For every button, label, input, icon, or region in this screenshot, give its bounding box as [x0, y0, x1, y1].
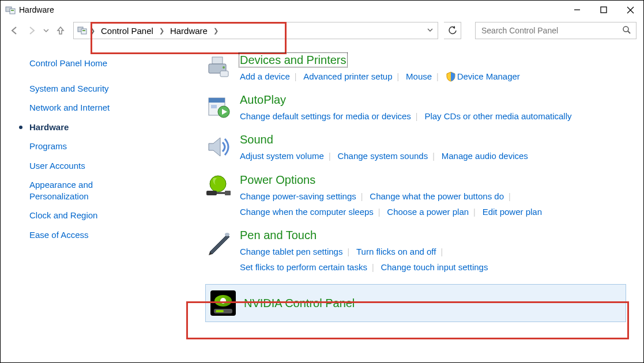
svg-rect-8 — [81, 29, 86, 34]
svg-rect-4 — [601, 7, 607, 13]
main-panel: Devices and Printers Add a device| Advan… — [153, 54, 626, 351]
refresh-button[interactable] — [444, 22, 461, 39]
category-sound: Sound Adjust system volume| Change syste… — [205, 133, 626, 164]
category-title-link[interactable]: Devices and Printers — [240, 54, 347, 66]
sidebar-item-user-accounts[interactable]: User Accounts — [18, 156, 153, 176]
task-link[interactable]: Adjust system volume — [240, 151, 324, 161]
separator: | — [290, 72, 302, 81]
task-link[interactable]: Change power-saving settings — [240, 191, 356, 201]
task-link[interactable]: Change system sounds — [337, 151, 428, 161]
svg-rect-2 — [11, 10, 14, 11]
svg-rect-1 — [10, 9, 15, 14]
task-list: Change default settings for media or dev… — [240, 108, 626, 124]
separator: | — [469, 207, 480, 217]
nav-up-button[interactable] — [54, 24, 67, 37]
sidebar-item-home[interactable]: Control Panel Home — [18, 54, 153, 73]
separator: | — [342, 247, 354, 256]
window-title: Hardware — [19, 5, 54, 14]
sidebar-item-programs[interactable]: Programs — [18, 137, 153, 156]
task-link[interactable]: Change tablet pen settings — [240, 247, 342, 256]
category-nvidia-control-panel[interactable]: NVIDIA Control Panel — [205, 284, 626, 322]
separator: | — [504, 192, 515, 201]
titlebar: Hardware — [1, 1, 643, 19]
search-icon[interactable] — [622, 25, 631, 36]
task-link[interactable]: Edit power plan — [483, 207, 542, 217]
shield-icon — [446, 71, 456, 82]
separator: | — [356, 192, 368, 201]
task-link[interactable]: Turn flicks on and off — [356, 247, 436, 256]
nvidia-icon — [210, 290, 236, 316]
toolbar: ❯ Control Panel ❯ Hardware ❯ — [1, 19, 643, 42]
task-link[interactable]: Advanced printer setup — [303, 71, 392, 81]
chevron-right-icon[interactable]: ❯ — [157, 27, 167, 35]
separator: | — [393, 72, 404, 81]
task-link[interactable]: Change touch input settings — [381, 262, 488, 272]
svg-rect-23 — [225, 191, 231, 195]
sound-icon — [205, 133, 233, 161]
category-title-link[interactable]: AutoPlay — [240, 93, 286, 106]
pen-touch-icon — [205, 229, 233, 256]
category-title-link[interactable]: NVIDIA Control Panel — [244, 297, 355, 309]
task-list: Change tablet pen settings| Turn flicks … — [240, 244, 626, 275]
category-pen-touch: Pen and Touch Change tablet pen settings… — [205, 229, 626, 275]
category-title-link[interactable]: Sound — [240, 133, 273, 146]
close-button[interactable] — [617, 1, 643, 19]
power-options-icon — [205, 173, 233, 201]
search-input[interactable] — [480, 25, 622, 36]
svg-point-24 — [225, 233, 229, 236]
separator: | — [324, 152, 336, 161]
address-bar[interactable]: ❯ Control Panel ❯ Hardware ❯ — [73, 22, 438, 39]
sidebar-item-ease-of-access[interactable]: Ease of Access — [18, 225, 153, 245]
breadcrumb-label: Control Panel — [97, 26, 157, 36]
sidebar-item-system-security[interactable]: System and Security — [18, 79, 153, 99]
sidebar-item-appearance[interactable]: Appearance and Personalization — [18, 175, 153, 206]
task-list: Add a device| Advanced printer setup| Mo… — [240, 69, 626, 84]
svg-point-20 — [210, 176, 226, 192]
svg-rect-12 — [212, 57, 223, 64]
svg-rect-17 — [209, 98, 225, 103]
task-link[interactable]: Device Manager — [457, 71, 520, 81]
search-box[interactable] — [475, 22, 637, 39]
sidebar: Control Panel Home System and Security N… — [18, 54, 153, 351]
breadcrumb-item[interactable]: Control Panel — [97, 22, 157, 39]
breadcrumb-label: Hardware — [167, 26, 211, 36]
devices-printers-icon — [205, 54, 233, 81]
minimize-button[interactable] — [564, 1, 590, 19]
chevron-right-icon[interactable]: ❯ — [211, 27, 221, 35]
chevron-right-icon[interactable]: ❯ — [88, 27, 97, 35]
task-link[interactable]: Add a device — [240, 71, 290, 81]
task-link[interactable]: Change when the computer sleeps — [240, 207, 374, 217]
svg-rect-21 — [206, 191, 217, 195]
autoplay-icon — [205, 93, 233, 121]
nav-back-button[interactable] — [7, 24, 21, 37]
task-link[interactable]: Mouse — [406, 71, 432, 81]
task-link[interactable]: Set flicks to perform certain tasks — [240, 262, 367, 272]
category-power-options: Power Options Change power-saving settin… — [205, 173, 626, 220]
svg-rect-18 — [211, 105, 217, 108]
category-title-link[interactable]: Pen and Touch — [240, 229, 317, 241]
app-icon — [5, 5, 16, 15]
task-list: Change power-saving settings| Change wha… — [240, 188, 626, 220]
separator: | — [411, 112, 423, 121]
nav-history-dropdown[interactable] — [42, 24, 50, 37]
separator: | — [428, 152, 439, 161]
sidebar-item-hardware[interactable]: Hardware — [18, 118, 153, 137]
nav-forward-button[interactable] — [25, 24, 39, 37]
task-link[interactable]: Manage audio devices — [442, 151, 528, 161]
category-title-link[interactable]: Power Options — [240, 173, 315, 186]
window-controls — [564, 1, 643, 19]
sidebar-item-clock-region[interactable]: Clock and Region — [18, 206, 153, 225]
breadcrumb-root-icon[interactable] — [77, 22, 88, 39]
task-link[interactable]: Play CDs or other media automatically — [424, 111, 571, 121]
sidebar-item-network[interactable]: Network and Internet — [18, 98, 153, 118]
address-dropdown-icon[interactable] — [424, 27, 436, 34]
separator: | — [374, 207, 385, 217]
task-link[interactable]: Change default settings for media or dev… — [240, 111, 411, 121]
separator: | — [367, 263, 379, 272]
task-link[interactable]: Change what the power buttons do — [370, 191, 504, 201]
task-link[interactable]: Choose a power plan — [387, 207, 469, 217]
maximize-button[interactable] — [590, 1, 617, 19]
category-autoplay: AutoPlay Change default settings for med… — [205, 93, 626, 124]
task-list: Adjust system volume| Change system soun… — [240, 148, 626, 164]
breadcrumb-item[interactable]: Hardware — [167, 22, 211, 39]
